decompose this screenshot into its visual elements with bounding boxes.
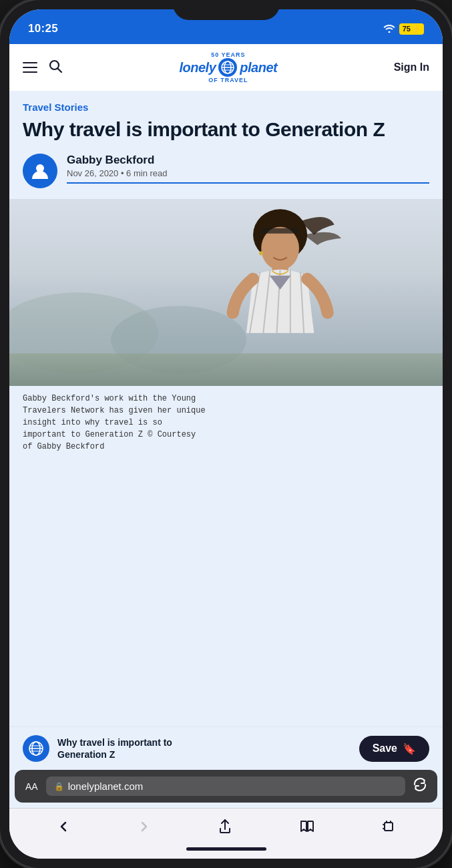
forward-button[interactable] [130, 817, 159, 836]
refresh-button[interactable] [413, 778, 427, 795]
svg-point-21 [259, 251, 263, 255]
sign-in-button[interactable]: Sign In [394, 61, 429, 73]
image-caption: Gabby Beckford's work with the Young Tra… [9, 386, 443, 459]
section-label[interactable]: Travel Stories [23, 101, 429, 113]
bottom-nav [9, 808, 443, 842]
home-indicator [9, 842, 443, 859]
author-meta: Nov 26, 2020 • 6 min read [67, 168, 429, 178]
save-logo-globe [23, 735, 49, 762]
menu-button[interactable] [23, 62, 37, 73]
wifi-icon [383, 23, 395, 35]
status-time: 10:25 [28, 22, 58, 35]
browser-url: lonelyplanet.com [68, 781, 144, 792]
bookmark-icon: 🔖 [403, 742, 416, 755]
share-button[interactable] [210, 817, 240, 837]
author-name[interactable]: Gabby Beckford [67, 154, 429, 167]
nav-left [23, 59, 63, 77]
browser-bar: AA 🔒 lonelyplanet.com [15, 770, 437, 803]
logo-main: lonely planet [179, 58, 277, 77]
battery-level: 75 [403, 25, 411, 33]
screen: 10:25 75 ⚡ [9, 9, 443, 859]
article-image [9, 199, 443, 386]
svg-rect-11 [9, 353, 443, 386]
svg-rect-15 [263, 228, 297, 233]
phone-frame: 10:25 75 ⚡ [0, 0, 452, 868]
save-bar: Why travel is important to Generation Z … [9, 726, 443, 770]
author-info: Gabby Beckford Nov 26, 2020 • 6 min read [67, 154, 429, 184]
save-button[interactable]: Save 🔖 [359, 736, 429, 762]
battery-icon: ⚡ [411, 25, 421, 33]
bookmarks-button[interactable] [292, 817, 322, 836]
lock-icon: 🔒 [54, 782, 64, 791]
logo-of-travel: OF TRAVEL [208, 77, 248, 83]
search-button[interactable] [48, 59, 63, 77]
article-image-wrapper: Gabby Beckford's work with the Young Tra… [9, 199, 443, 459]
status-icons: 75 ⚡ [383, 23, 424, 35]
home-bar [186, 847, 266, 851]
url-bar[interactable]: 🔒 lonelyplanet.com [46, 777, 405, 796]
battery-indicator: 75 ⚡ [399, 23, 424, 35]
back-button[interactable] [49, 817, 78, 836]
logo[interactable]: 50 YEARS lonely planet OF TRAVE [179, 51, 277, 83]
author-section: Gabby Beckford Nov 26, 2020 • 6 min read [23, 154, 429, 188]
page-content: Travel Stories Why travel is important t… [9, 91, 443, 726]
logo-globe-icon [218, 58, 237, 77]
save-bar-left: Why travel is important to Generation Z [23, 735, 191, 762]
svg-line-1 [58, 68, 62, 72]
notch [173, 0, 280, 20]
author-avatar[interactable] [23, 154, 57, 188]
text-size-control[interactable]: AA [25, 781, 38, 792]
save-article-title: Why travel is important to Generation Z [57, 736, 191, 761]
nav-bar: 50 YEARS lonely planet OF TRAVE [9, 44, 443, 91]
logo-text1: lonely [179, 60, 216, 75]
save-label: Save [373, 742, 397, 754]
logo-text2: planet [240, 60, 277, 75]
article-title: Why travel is important to Generation Z [23, 118, 429, 142]
svg-rect-27 [385, 823, 393, 831]
logo-50years: 50 YEARS [211, 51, 245, 58]
tabs-button[interactable] [374, 817, 403, 836]
